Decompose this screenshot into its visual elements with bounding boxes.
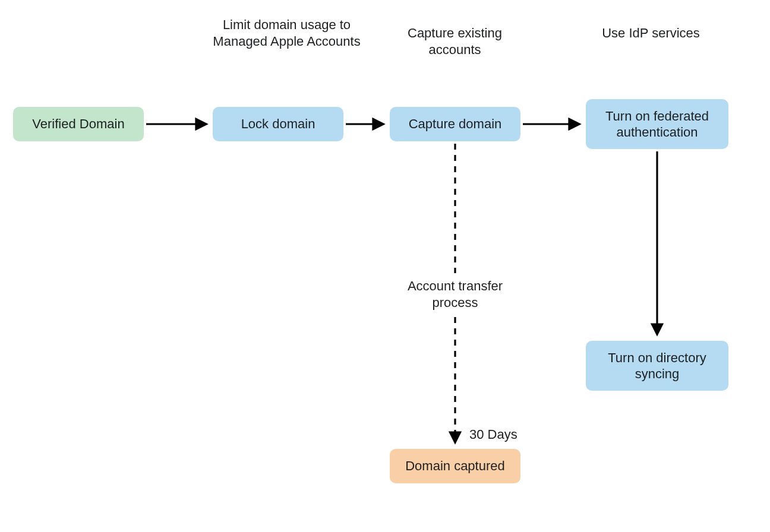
node-federated-auth: Turn on federated authentication [586,99,728,149]
label-limit-usage: Limit domain usage to Managed Apple Acco… [209,17,365,49]
node-directory-sync: Turn on directory syncing [586,341,728,391]
node-lock-domain: Lock domain [213,107,343,141]
node-verified-domain-text: Verified Domain [32,116,124,132]
node-directory-sync-text: Turn on directory syncing [594,350,720,382]
node-capture-domain-text: Capture domain [409,116,502,132]
diagram-canvas: Limit domain usage to Managed Apple Acco… [0,0,770,532]
node-verified-domain: Verified Domain [13,107,144,141]
node-capture-domain: Capture domain [390,107,520,141]
label-thirty-days: 30 Days [469,426,541,443]
node-domain-captured-text: Domain captured [405,458,505,474]
arrows-layer [0,0,770,532]
node-lock-domain-text: Lock domain [241,116,315,132]
label-capture-existing: Capture existing accounts [389,25,520,58]
label-use-idp: Use IdP services [585,25,717,42]
label-account-transfer: Account transfer process [390,274,520,314]
node-domain-captured: Domain captured [390,449,520,483]
node-federated-auth-text: Turn on federated authentication [594,108,720,141]
